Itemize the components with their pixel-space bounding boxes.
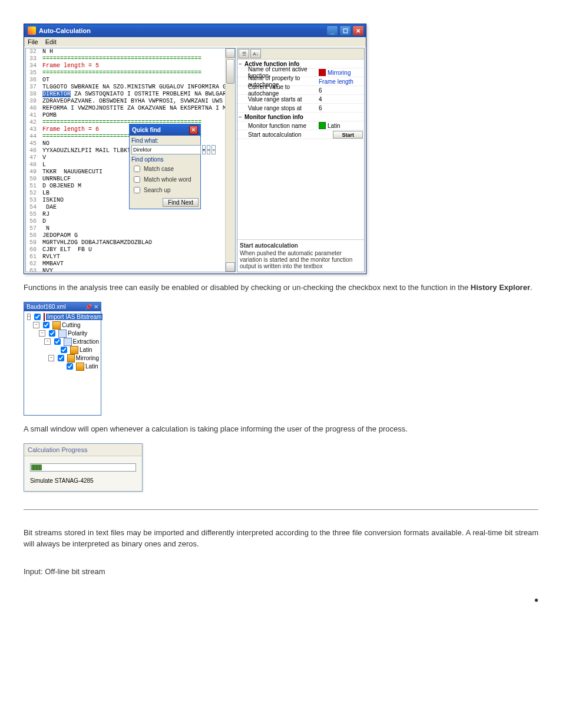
minimize-button[interactable]: _ xyxy=(326,25,338,36)
tree-node[interactable]: −Polarity xyxy=(26,330,99,338)
match-whole-box[interactable] xyxy=(134,176,140,183)
quickfind-title: Quick find xyxy=(132,127,161,133)
prop-key: Monitor function name xyxy=(237,123,319,129)
calc-progress-title: Calculation Progress xyxy=(24,444,142,456)
tree-expand-icon[interactable]: − xyxy=(33,322,39,328)
close-button[interactable]: ✕ xyxy=(352,25,364,36)
function-icon xyxy=(319,122,326,129)
find-what-label: Find what: xyxy=(131,137,199,144)
find-dropdown-icon[interactable]: ▾ xyxy=(202,145,206,154)
match-case-check[interactable]: Match case xyxy=(131,164,199,174)
tree-checkbox[interactable] xyxy=(34,314,41,320)
tree-body: −Import IAS Bitstream−Cutting−Polarity−E… xyxy=(24,311,101,415)
menu-edit[interactable]: Edit xyxy=(45,38,57,45)
tree-expand-icon[interactable]: − xyxy=(48,355,54,361)
divider xyxy=(24,509,538,510)
tree-item-label: Latin xyxy=(80,347,92,353)
progress-bar-fill xyxy=(31,465,42,470)
tree-node[interactable]: −Extraction xyxy=(26,338,99,346)
find-options-label: Find options xyxy=(131,156,199,163)
quickfind-dialog: Quick find ✕ Find what: ▾ « » Find optio… xyxy=(129,124,201,209)
tree-node[interactable]: −Import IAS Bitstream xyxy=(26,313,99,321)
tree-checkbox[interactable] xyxy=(49,330,55,337)
search-up-box[interactable] xyxy=(134,187,140,193)
maximize-button[interactable]: ☐ xyxy=(339,25,351,36)
quickfind-close-icon[interactable]: ✕ xyxy=(189,126,198,134)
prop-toolbar: ☰ A↓ xyxy=(237,48,364,60)
tree-checkbox[interactable] xyxy=(67,363,73,370)
tree-pin-icon[interactable]: 📌 xyxy=(85,304,92,310)
quickfind-titlebar[interactable]: Quick find ✕ xyxy=(130,124,200,136)
match-case-box[interactable] xyxy=(134,166,140,172)
find-prev-icon[interactable]: « xyxy=(207,145,210,154)
property-pane: ☰ A↓ Active function info Name of curren… xyxy=(237,48,365,272)
tree-item-icon xyxy=(64,338,72,346)
menu-file[interactable]: File xyxy=(28,38,38,45)
menubar: File Edit xyxy=(24,37,366,47)
tree-checkbox[interactable] xyxy=(58,355,64,361)
description-title: Start autocalculation xyxy=(240,242,362,249)
scrollbar-thumb[interactable] xyxy=(226,59,234,84)
tree-node[interactable]: −Mirroring xyxy=(26,354,99,363)
prop-val: Start xyxy=(319,131,364,139)
alphabetical-icon[interactable]: A↓ xyxy=(250,49,261,58)
prop-key: Start autocalculation xyxy=(237,131,319,138)
find-next-icon[interactable]: » xyxy=(211,145,215,154)
preview-area xyxy=(237,139,364,239)
tree-node[interactable]: Latin xyxy=(26,363,99,371)
page-bullet: • xyxy=(24,594,538,607)
tree-item-label: Latin xyxy=(85,363,98,370)
tree-expand-icon[interactable]: − xyxy=(39,330,45,337)
prop-key: Value range stops at xyxy=(237,105,319,111)
prop-val[interactable]: Frame length xyxy=(319,78,364,85)
prop-key: Current value to autochange xyxy=(237,84,319,97)
tree-checkbox[interactable] xyxy=(54,338,61,345)
tree-expand-icon[interactable]: − xyxy=(44,338,51,345)
tree-expand-icon[interactable]: − xyxy=(27,314,31,320)
prop-val[interactable]: 6 xyxy=(319,87,364,94)
prop-key: Value range starts at xyxy=(237,96,319,103)
tree-item-icon xyxy=(67,354,75,363)
tree-checkbox[interactable] xyxy=(43,322,49,328)
tree-filename: Baudot160.xml xyxy=(27,304,66,310)
window-title: Auto-Calculation xyxy=(39,27,323,34)
vertical-scrollbar[interactable] xyxy=(225,48,235,272)
prop-section-monitor[interactable]: Monitor function info xyxy=(237,114,315,120)
tree-item-icon xyxy=(58,330,67,338)
description-box: Start autocalculation When pushed the au… xyxy=(237,239,364,272)
autocalc-window: Auto-Calculation _ ☐ ✕ File Edit 32 N H3… xyxy=(24,24,366,274)
categorized-icon[interactable]: ☰ xyxy=(239,49,249,58)
progress-bar xyxy=(30,463,136,472)
search-up-check[interactable]: Search up xyxy=(131,185,199,195)
tree-item-label: Extraction xyxy=(73,338,99,345)
input-line: Input: Off-line bit stream xyxy=(24,567,538,576)
prop-val[interactable]: Mirroring xyxy=(319,69,364,76)
progress-text: Simulate STANAG-4285 xyxy=(24,475,142,486)
history-explorer: Baudot160.xml 📌 ✕ −Import IAS Bitstream−… xyxy=(24,302,101,416)
code-pane[interactable]: 32 N H33 ===============================… xyxy=(25,48,236,272)
tree-item-label: Polarity xyxy=(68,330,87,337)
tree-titlebar[interactable]: Baudot160.xml 📌 ✕ xyxy=(24,302,101,311)
tree-node[interactable]: −Cutting xyxy=(26,321,99,330)
tree-item-icon xyxy=(76,363,84,371)
tree-item-label: Mirroring xyxy=(76,355,99,361)
function-icon xyxy=(319,69,326,76)
tree-checkbox[interactable] xyxy=(61,347,67,353)
prop-val[interactable]: 6 xyxy=(319,105,364,111)
find-next-button[interactable]: Find Next xyxy=(163,198,199,207)
calc-progress-panel: Calculation Progress Simulate STANAG-428… xyxy=(24,443,143,492)
body-paragraph: A small window will open whenever a calc… xyxy=(24,424,538,435)
tree-item-label: Import IAS Bitstream xyxy=(46,314,103,320)
app-icon xyxy=(28,27,36,35)
body-paragraph: Functions in the analysis tree can easil… xyxy=(24,282,538,294)
titlebar[interactable]: Auto-Calculation _ ☐ ✕ xyxy=(24,24,366,37)
tree-item-icon xyxy=(44,313,45,321)
tree-item-label: Cutting xyxy=(62,322,81,328)
match-whole-check[interactable]: Match whole word xyxy=(131,174,199,185)
prop-val[interactable]: 4 xyxy=(319,96,364,103)
prop-val[interactable]: Latin xyxy=(319,122,364,129)
start-button[interactable]: Start xyxy=(333,131,363,139)
tree-node[interactable]: Latin xyxy=(26,346,99,354)
find-input[interactable] xyxy=(131,145,201,154)
tree-close-icon[interactable]: ✕ xyxy=(94,304,98,310)
